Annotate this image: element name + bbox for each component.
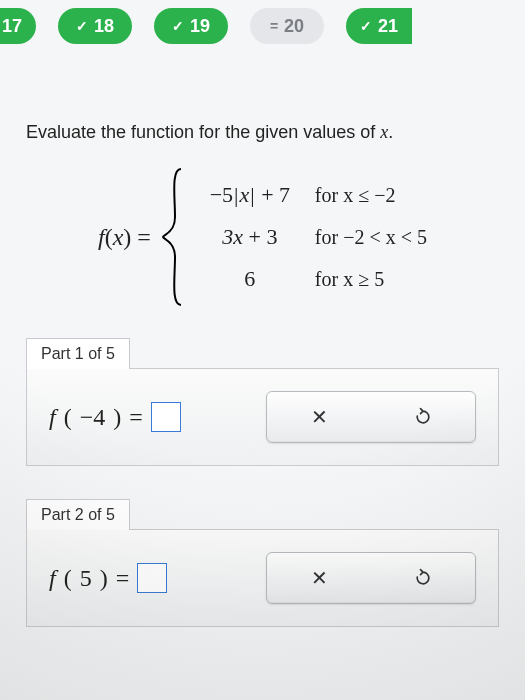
current-icon: = bbox=[270, 18, 278, 34]
nav-pill-number: 17 bbox=[2, 16, 22, 37]
nav-pill-17[interactable]: ✓ 17 bbox=[0, 8, 36, 44]
nav-pill-number: 21 bbox=[378, 16, 398, 37]
undo-button[interactable] bbox=[403, 397, 443, 437]
part-2: Part 2 of 5 f(5)= ✕ bbox=[26, 498, 499, 627]
part-label: Part 2 of 5 bbox=[26, 499, 130, 530]
part-equation: f(5)= bbox=[49, 563, 167, 593]
case-3: 6 for x ≥ 5 bbox=[195, 266, 427, 292]
case-expr: 6 bbox=[195, 266, 305, 292]
nav-pill-20[interactable]: = 20 bbox=[250, 8, 324, 44]
undo-icon bbox=[413, 568, 433, 588]
brace-icon bbox=[161, 167, 185, 307]
nav-pill-19[interactable]: ✓ 19 bbox=[154, 8, 228, 44]
answer-input[interactable] bbox=[137, 563, 167, 593]
case-1: −5x + 7 for x ≤ −2 bbox=[195, 182, 427, 208]
answer-controls: ✕ bbox=[266, 391, 476, 443]
undo-button[interactable] bbox=[403, 558, 443, 598]
question-content: Evaluate the function for the given valu… bbox=[0, 52, 525, 627]
answer-controls: ✕ bbox=[266, 552, 476, 604]
check-icon: ✓ bbox=[360, 18, 372, 34]
part-body: f(−4)= ✕ bbox=[26, 368, 499, 466]
check-icon: ✓ bbox=[76, 18, 88, 34]
clear-button[interactable]: ✕ bbox=[299, 558, 339, 598]
prompt-text-end: . bbox=[388, 122, 393, 142]
function-lhs: f(x) = bbox=[98, 224, 151, 251]
undo-icon bbox=[413, 407, 433, 427]
nav-pill-18[interactable]: ✓ 18 bbox=[58, 8, 132, 44]
case-expr: 3x + 3 bbox=[195, 224, 305, 250]
question-prompt: Evaluate the function for the given valu… bbox=[26, 122, 499, 143]
case-cond: for x ≤ −2 bbox=[315, 184, 396, 207]
cases: −5x + 7 for x ≤ −2 3x + 3 for −2 < x < 5… bbox=[195, 182, 427, 292]
part-label: Part 1 of 5 bbox=[26, 338, 130, 369]
nav-pill-number: 20 bbox=[284, 16, 304, 37]
nav-pill-number: 19 bbox=[190, 16, 210, 37]
prompt-text: Evaluate the function for the given valu… bbox=[26, 122, 380, 142]
case-2: 3x + 3 for −2 < x < 5 bbox=[195, 224, 427, 250]
clear-button[interactable]: ✕ bbox=[299, 397, 339, 437]
nav-pill-number: 18 bbox=[94, 16, 114, 37]
part-1: Part 1 of 5 f(−4)= ✕ bbox=[26, 337, 499, 466]
case-cond: for x ≥ 5 bbox=[315, 268, 384, 291]
answer-input[interactable] bbox=[151, 402, 181, 432]
question-nav: ✓ 17 ✓ 18 ✓ 19 = 20 ✓ 21 bbox=[0, 0, 525, 52]
nav-pill-21[interactable]: ✓ 21 bbox=[346, 8, 412, 44]
case-expr: −5x + 7 bbox=[195, 182, 305, 208]
check-icon: ✓ bbox=[172, 18, 184, 34]
case-cond: for −2 < x < 5 bbox=[315, 226, 427, 249]
part-body: f(5)= ✕ bbox=[26, 529, 499, 627]
part-equation: f(−4)= bbox=[49, 402, 181, 432]
piecewise-function: f(x) = −5x + 7 for x ≤ −2 3x + 3 for −2 … bbox=[26, 167, 499, 307]
